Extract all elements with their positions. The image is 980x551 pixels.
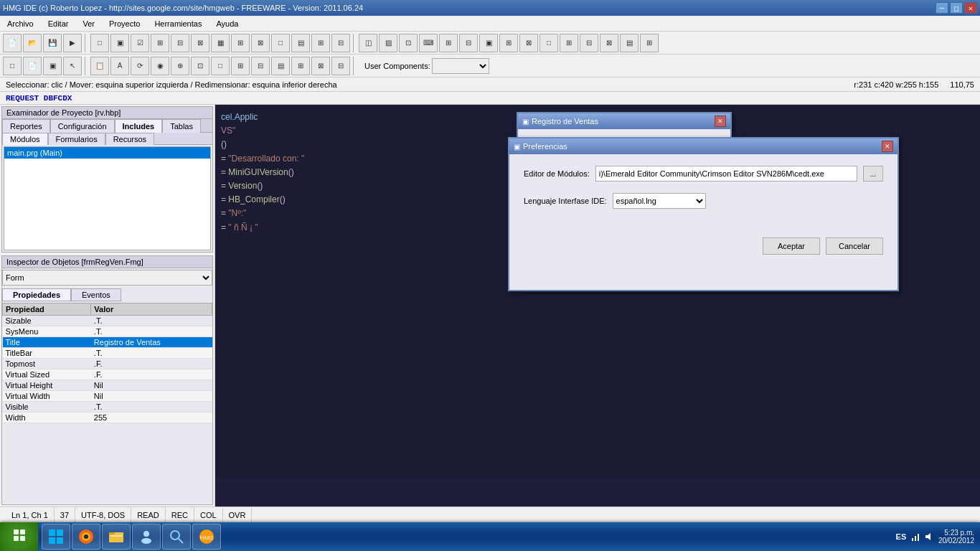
language-select[interactable]: español.lng english.lng portuguese.lng (613, 193, 706, 209)
tb2-btn7[interactable]: ◉ (151, 57, 169, 75)
tb-btn1[interactable]: □ (90, 34, 109, 52)
minimize-button[interactable]: ─ (936, 2, 948, 14)
tb-btn10[interactable]: □ (271, 34, 290, 52)
prop-value: .F. (91, 359, 212, 369)
tb2-btn10[interactable]: □ (211, 57, 230, 75)
tb-btn24[interactable]: ⊞ (560, 34, 578, 52)
tb-new[interactable]: 📄 (3, 34, 22, 52)
tb2-btn6[interactable]: ⟳ (131, 57, 149, 75)
prop-row-width[interactable]: Width255 (3, 413, 212, 423)
tab-modulos[interactable]: Módulos (2, 133, 48, 145)
tb-btn3[interactable]: ☑ (131, 34, 149, 52)
tb2-btn13[interactable]: ▤ (271, 57, 290, 75)
tb2-btn8[interactable]: ⊕ (171, 57, 189, 75)
tb-btn19[interactable]: ⊟ (459, 34, 478, 52)
user-components-select[interactable] (432, 58, 489, 74)
tb2-btn5[interactable]: A (110, 57, 129, 75)
preferencias-close-btn[interactable]: ✕ (882, 141, 893, 152)
tb-btn26[interactable]: ⊠ (600, 34, 618, 52)
tb-btn23[interactable]: □ (540, 34, 558, 52)
tb-btn8[interactable]: ⊞ (231, 34, 250, 52)
tb-run[interactable]: ▶ (63, 34, 82, 52)
prop-row-virtual-height[interactable]: Virtual HeightNil (3, 380, 212, 391)
tb2-btn2[interactable]: 📄 (23, 57, 42, 75)
taskbar-app-explorer[interactable] (102, 524, 131, 550)
module-item-main[interactable]: main.prg (Main) (4, 147, 210, 159)
tab-reportes[interactable]: Reportes (2, 119, 50, 133)
tb-btn13[interactable]: ⊟ (331, 34, 350, 52)
cancel-button[interactable]: Cancelar (826, 237, 883, 255)
tb2-btn1[interactable]: □ (3, 57, 22, 75)
tab-eventos[interactable]: Eventos (71, 288, 121, 301)
inspector-form-select[interactable]: Form (2, 270, 212, 286)
module-list[interactable]: main.prg (Main) (4, 146, 211, 250)
tb-btn2[interactable]: ▣ (110, 34, 129, 52)
tb-btn14[interactable]: ◫ (359, 34, 377, 52)
tb-btn4[interactable]: ⊞ (151, 34, 169, 52)
prop-row-sysmenu[interactable]: SysMenu.T. (3, 326, 212, 337)
browse-button[interactable]: ... (863, 166, 883, 182)
menu-archivo[interactable]: Archivo (3, 18, 38, 29)
tb-btn9[interactable]: ⊠ (251, 34, 270, 52)
tb-btn5[interactable]: ⊟ (171, 34, 189, 52)
tb2-btn14[interactable]: ⊞ (291, 57, 310, 75)
tb-btn22[interactable]: ⊠ (519, 34, 538, 52)
taskbar-app-search[interactable] (162, 524, 191, 550)
prop-row-visible[interactable]: Visible.T. (3, 402, 212, 413)
registro-close-btn[interactable]: ✕ (715, 116, 726, 127)
registro-dialog[interactable]: ▣ Registro de Ventas ✕ (517, 112, 732, 141)
menu-ayuda[interactable]: Ayuda (212, 18, 242, 29)
inspector-scroll[interactable]: Propiedad Valor Sizable.T.SysMenu.T.Titl… (2, 303, 212, 446)
menu-herramientas[interactable]: Herramientas (150, 18, 206, 29)
tb-btn27[interactable]: ▤ (620, 34, 639, 52)
tb-btn25[interactable]: ⊟ (580, 34, 598, 52)
tb-save[interactable]: 💾 (43, 34, 62, 52)
tb-btn18[interactable]: ⊞ (439, 34, 458, 52)
taskbar-app-firefox[interactable] (72, 524, 100, 550)
tb-open[interactable]: 📂 (23, 34, 42, 52)
tb-btn20[interactable]: ▣ (479, 34, 498, 52)
tb2-btn11[interactable]: ⊞ (231, 57, 250, 75)
tb-btn16[interactable]: ⊡ (399, 34, 418, 52)
prop-row-virtual-sized[interactable]: Virtual Sized.F. (3, 369, 212, 380)
prop-value: .T. (91, 326, 212, 337)
close-button[interactable]: ✕ (964, 2, 977, 14)
accept-button[interactable]: Aceptar (763, 237, 820, 255)
taskbar-app-user[interactable] (132, 524, 161, 550)
menu-editar[interactable]: Editar (44, 18, 73, 29)
tab-configuracion[interactable]: Configuración (50, 119, 115, 133)
tb-btn11[interactable]: ▤ (291, 34, 310, 52)
taskbar-app-hmg[interactable]: HMG (192, 524, 221, 550)
prop-row-topmost[interactable]: Topmost.F. (3, 359, 212, 369)
prop-row-title[interactable]: TitleRegistro de Ventas (3, 337, 212, 348)
preferencias-dialog[interactable]: ▣ Preferencias ✕ Editor de Módulos: ... … (508, 137, 899, 291)
tab-includes[interactable]: Includes (115, 119, 163, 133)
tab-recursos[interactable]: Recursos (105, 133, 154, 145)
tb2-btn16[interactable]: ⊟ (331, 57, 350, 75)
tb-btn6[interactable]: ⊠ (191, 34, 209, 52)
tb2-btn4[interactable]: 📋 (90, 57, 109, 75)
editor-input[interactable] (595, 166, 857, 182)
tb-btn21[interactable]: ⊞ (499, 34, 518, 52)
tb2-select-arrow[interactable]: ↖ (63, 57, 82, 75)
prop-row-sizable[interactable]: Sizable.T. (3, 316, 212, 326)
tb2-btn15[interactable]: ⊠ (311, 57, 330, 75)
taskbar-app-windows[interactable] (42, 524, 70, 550)
tab-formularios[interactable]: Formularios (48, 133, 105, 145)
tb2-btn9[interactable]: ⊡ (191, 57, 209, 75)
start-button[interactable] (0, 522, 39, 551)
tab-propiedades[interactable]: Propiedades (2, 288, 71, 301)
tb2-btn3[interactable]: ▣ (43, 57, 62, 75)
tb2-btn12[interactable]: ⊟ (251, 57, 270, 75)
tb-btn7[interactable]: ▦ (211, 34, 230, 52)
menu-ver[interactable]: Ver (78, 18, 99, 29)
tb-btn15[interactable]: ▨ (379, 34, 397, 52)
tab-tablas[interactable]: Tablas (162, 119, 201, 133)
prop-row-titlebar[interactable]: TitleBar.T. (3, 348, 212, 359)
tb-btn17[interactable]: ⌨ (419, 34, 438, 52)
maximize-button[interactable]: □ (950, 2, 963, 14)
menu-proyecto[interactable]: Proyecto (105, 18, 144, 29)
tb-btn12[interactable]: ⊞ (311, 34, 330, 52)
prop-row-virtual-width[interactable]: Virtual WidthNil (3, 391, 212, 402)
tb-btn28[interactable]: ⊞ (640, 34, 659, 52)
